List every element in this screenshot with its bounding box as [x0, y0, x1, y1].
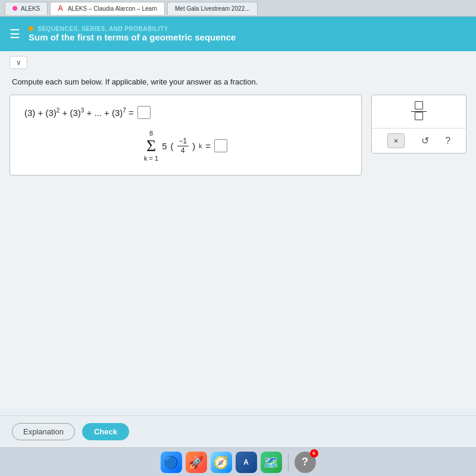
page-header: ☰ SEQUENCES, SERIES, AND PROBABILITY Sum…: [0, 17, 476, 51]
dock-maps-icon[interactable]: 🗺️: [261, 452, 282, 473]
frac-den: 4: [179, 146, 187, 155]
toolbar-fraction-den: [411, 112, 427, 122]
bottom-bar: Explanation Check: [0, 415, 476, 447]
exponent: k: [199, 143, 202, 149]
toolbar-buttons-row: × ↺ ?: [372, 129, 466, 153]
tab-aleks-dot: [12, 6, 17, 11]
dock-safari-icon[interactable]: 🧭: [211, 452, 232, 473]
main-content: ∨ Compute each sum below. If applicable,…: [0, 51, 476, 408]
tab-learn-icon: A: [58, 4, 63, 12]
dock-bar: 🔵 🚀 🧭 A 🗺️ ? 6: [0, 447, 476, 476]
equation-1-answer[interactable]: [137, 106, 151, 119]
problem-area: (3) + (3)2 + (3)3 + ... + (3)7 = 8 Σ k =…: [0, 95, 476, 176]
tab-metgala-label: Met Gala Livestream 2022...: [175, 5, 250, 12]
toolbar-box: × ↺ ?: [371, 95, 466, 154]
toolbar-undo-button[interactable]: ↺: [421, 135, 429, 146]
tab-learn[interactable]: A ALEKS – Claudia Alarcon – Learn: [50, 2, 165, 15]
toolbar-box-num: [415, 101, 423, 109]
dock-divider: [288, 453, 289, 471]
toolbar-box-den: [415, 112, 423, 120]
sigma-container: 8 Σ k = 1: [144, 130, 158, 162]
page-title: Sum of the first n terms of a geometric …: [29, 32, 236, 42]
header-text: SEQUENCES, SERIES, AND PROBABILITY Sum o…: [29, 26, 236, 42]
collapse-bar: ∨: [0, 51, 476, 74]
toolbar-cross-button[interactable]: ×: [387, 133, 405, 148]
menu-icon[interactable]: ☰: [10, 27, 20, 41]
frac-num: −1: [177, 137, 189, 146]
open-paren: (: [171, 141, 174, 151]
header-category: SEQUENCES, SERIES, AND PROBABILITY: [29, 26, 236, 32]
dock-notification-badge: 6: [310, 449, 318, 458]
close-paren: ): [192, 141, 195, 151]
equals-sign: =: [205, 141, 211, 151]
equation-1-row: (3) + (3)2 + (3)3 + ... + (3)7 =: [24, 106, 347, 119]
dock-finder-icon[interactable]: 🔵: [161, 452, 182, 473]
dock-question-label: ?: [302, 456, 308, 468]
toolbar-fraction-row: [372, 95, 466, 129]
check-button[interactable]: Check: [82, 423, 129, 440]
dock-launchpad-icon[interactable]: 🚀: [186, 452, 207, 473]
equation-2-row: 8 Σ k = 1 5 ( −1 4 ) k =: [24, 130, 347, 162]
collapse-button[interactable]: ∨: [10, 56, 27, 69]
toolbar-fraction-num: [411, 101, 427, 112]
equation-1-terms: (3) + (3)2 + (3)3 + ... + (3)7 =: [24, 107, 134, 118]
problem-description: Compute each sum below. If applicable, w…: [0, 74, 476, 95]
toolbar-help-button[interactable]: ?: [445, 136, 450, 146]
tab-aleks[interactable]: ALEKS: [5, 2, 48, 15]
sigma-bottom: k = 1: [144, 155, 158, 162]
sigma-symbol: Σ: [146, 137, 156, 154]
toolbar-fraction: [411, 101, 427, 122]
equation-2-answer[interactable]: [214, 139, 227, 152]
fraction-inline: −1 4: [177, 137, 189, 155]
explanation-button[interactable]: Explanation: [12, 423, 75, 440]
tab-learn-label: ALEKS – Claudia Alarcon – Learn: [68, 5, 157, 12]
tab-bar: ALEKS A ALEKS – Claudia Alarcon – Learn …: [0, 0, 476, 17]
dock-aleks-icon[interactable]: A: [236, 452, 257, 473]
dock-question-icon[interactable]: ? 6: [295, 452, 316, 473]
header-dot: [29, 26, 33, 31]
tab-metgala[interactable]: Met Gala Livestream 2022...: [167, 2, 258, 15]
coefficient: 5: [162, 141, 167, 151]
math-box: (3) + (3)2 + (3)3 + ... + (3)7 = 8 Σ k =…: [10, 95, 362, 176]
tab-aleks-label: ALEKS: [21, 5, 40, 12]
